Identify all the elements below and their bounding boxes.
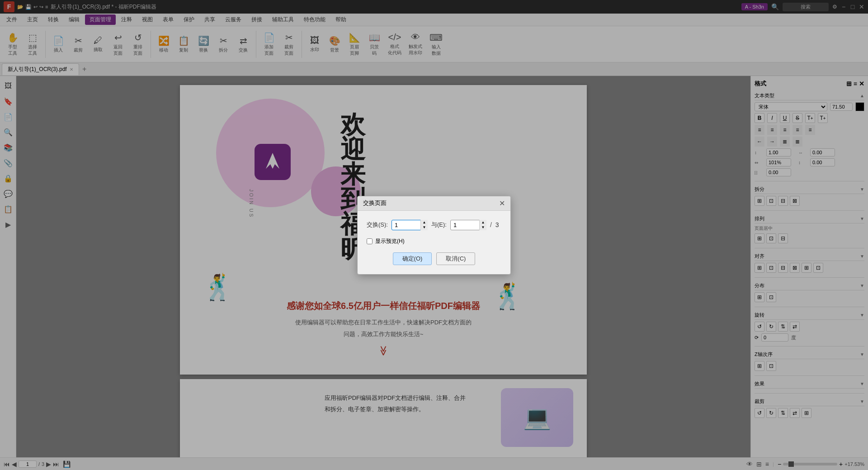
with-spin-down[interactable]: ▼ [479,225,486,230]
exchange-dialog: 交换页面 ✕ 交换(S): ▲ ▼ 与(E): ▲ ▼ [357,196,511,275]
dialog-slash: / [490,221,492,228]
dialog-body: 交换(S): ▲ ▼ 与(E): ▲ ▼ / 3 [358,211,510,274]
preview-label: 显示预览(H) [375,237,405,245]
exchange-spin-buttons: ▲ ▼ [420,220,428,230]
dialog-close-icon[interactable]: ✕ [499,199,505,208]
dialog-title-bar: 交换页面 ✕ [358,196,510,211]
exchange-label: 交换(S): [367,221,388,229]
exchange-spinner: ▲ ▼ [392,220,428,230]
with-spinner: ▲ ▼ [450,220,486,230]
dialog-overlay[interactable]: 交换页面 ✕ 交换(S): ▲ ▼ 与(E): ▲ ▼ [0,0,868,470]
dialog-title: 交换页面 [363,199,387,207]
exchange-spin-down[interactable]: ▼ [420,225,428,230]
exchange-spin-up[interactable]: ▲ [420,220,428,225]
dialog-ok-button[interactable]: 确定(O) [393,252,432,265]
dialog-cancel-button[interactable]: 取消(C) [436,252,475,265]
with-spin-buttons: ▲ ▼ [479,220,486,230]
preview-row: 显示预览(H) [367,237,501,245]
dialog-total: 3 [495,221,499,228]
preview-checkbox[interactable] [367,238,373,244]
with-label: 与(E): [431,221,447,229]
with-spin-up[interactable]: ▲ [479,220,486,225]
exchange-row: 交换(S): ▲ ▼ 与(E): ▲ ▼ / 3 [367,220,501,230]
dialog-buttons: 确定(O) 取消(C) [367,252,501,265]
